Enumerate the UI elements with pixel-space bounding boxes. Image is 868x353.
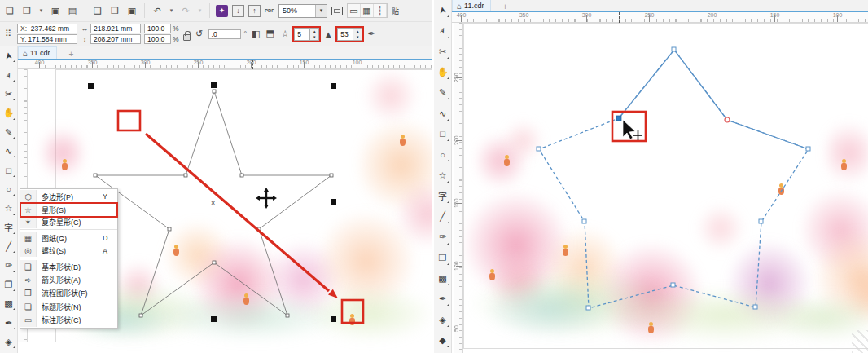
x-position-field[interactable]: X:-237.462 mm xyxy=(17,24,77,33)
paste-icon[interactable]: ❑ xyxy=(91,4,104,17)
new-tab-button[interactable]: + xyxy=(498,2,512,11)
star-tool-icon[interactable]: ☆ xyxy=(434,165,451,185)
open-document-icon[interactable]: ❐ xyxy=(20,4,33,17)
pan-tool-icon[interactable]: ✋ xyxy=(0,104,17,122)
mesh-fill-tool-icon[interactable]: ▩ xyxy=(434,268,451,289)
undo-caret-icon[interactable]: ▾ xyxy=(168,4,175,17)
drop-shadow-tool-icon[interactable]: ❐ xyxy=(434,248,451,268)
document-tab[interactable]: ⌂ 11.cdr xyxy=(452,0,491,11)
pick-tool-icon[interactable]: ➤ xyxy=(434,0,451,20)
spinner-buttons[interactable]: ▴▾ xyxy=(310,28,319,41)
star-points-value[interactable]: 5 xyxy=(294,28,310,41)
freehand-tool-icon[interactable]: ✎ xyxy=(0,123,17,142)
menu-item-label: 标注形状(C) xyxy=(37,315,103,325)
menu-item-graph-paper[interactable]: ▦ 图纸(G) D xyxy=(20,232,117,245)
pan-tool-icon[interactable]: ✋ xyxy=(434,62,451,82)
save-icon[interactable]: ▣ xyxy=(49,4,62,17)
dimension-tool-icon[interactable]: ╱ xyxy=(434,206,451,227)
horizontal-ruler-left[interactable]: 400350300250200150100 xyxy=(18,60,432,69)
new-document-icon[interactable]: ❏ xyxy=(3,4,16,17)
smart-drawing-tool-icon[interactable]: ∿ xyxy=(434,103,451,123)
menu-item-spiral[interactable]: ◎ 螺纹(S) A xyxy=(20,245,117,258)
rulers-toggle-icon[interactable]: ▭ xyxy=(348,4,361,17)
home-icon[interactable]: ⌂ xyxy=(23,49,28,58)
new-tab-button[interactable]: + xyxy=(64,50,78,59)
redo-icon[interactable]: ↷ xyxy=(179,4,192,17)
spin-up-icon[interactable]: ▴ xyxy=(310,29,318,34)
mirror-vertical-icon[interactable]: ◧ xyxy=(265,29,276,40)
snap-to-icon[interactable]: 贴 xyxy=(392,6,399,16)
menu-item-banner-shapes[interactable]: ❏ 标题形状(N) xyxy=(20,300,117,313)
scale-h-field[interactable]: 100.0 xyxy=(144,24,171,33)
text-tool-icon[interactable]: 字 xyxy=(434,186,451,206)
copy-icon[interactable]: ❒ xyxy=(108,4,121,17)
home-icon[interactable]: ⌂ xyxy=(457,2,462,11)
text-tool-icon[interactable]: 字 xyxy=(0,218,17,237)
drawing-canvas-right[interactable] xyxy=(463,23,868,353)
drop-shadow-tool-icon[interactable]: ❐ xyxy=(0,276,17,294)
star-sharpness-value[interactable]: 53 xyxy=(337,28,353,41)
star-sharpness-spinner[interactable]: 53 ▴▾ xyxy=(337,28,362,41)
publish-pdf-icon[interactable]: PDF xyxy=(265,4,274,17)
paste-special-icon[interactable]: ▣ xyxy=(125,4,138,17)
rotation-angle-field[interactable]: .0 xyxy=(208,29,241,39)
connector-tool-icon[interactable]: ✑ xyxy=(0,256,17,275)
fullscreen-preview-icon[interactable] xyxy=(331,7,343,15)
outline-pen-icon[interactable]: ✒ xyxy=(366,29,377,39)
pick-tool-icon[interactable]: ➤ xyxy=(0,46,17,65)
document-tab[interactable]: ⌂ 11.cdr xyxy=(18,46,57,59)
mirror-horizontal-icon[interactable]: ◧ xyxy=(250,29,261,39)
menu-item-polygon[interactable]: ⬡ 多边形(P) Y xyxy=(20,190,117,203)
export-icon[interactable]: ↑ xyxy=(248,5,261,17)
smart-fill-tool-icon[interactable]: ◈ xyxy=(0,333,17,351)
crop-tool-icon[interactable]: ✂ xyxy=(434,42,451,62)
smart-drawing-tool-icon[interactable]: ∿ xyxy=(0,142,17,161)
eyedropper-tool-icon[interactable]: ✒ xyxy=(0,313,17,332)
y-position-field[interactable]: Y:171.584 mm xyxy=(17,34,77,44)
crop-tool-icon[interactable]: ✂ xyxy=(0,85,17,104)
mesh-fill-tool-icon[interactable]: ▩ xyxy=(0,294,17,313)
spin-down-icon[interactable]: ▾ xyxy=(353,34,362,40)
spinner-buttons[interactable]: ▴▾ xyxy=(353,28,362,41)
menu-item-arrow-shapes[interactable]: ➪ 箭头形状(A) xyxy=(20,273,117,286)
spin-up-icon[interactable]: ▴ xyxy=(353,29,362,34)
rectangle-tool-icon[interactable]: □ xyxy=(434,124,451,144)
menu-item-complex-star[interactable]: ✶ 复杂星形(C) xyxy=(20,217,117,230)
lock-ratio-icon[interactable] xyxy=(183,34,191,41)
height-field[interactable]: 208.207 mm xyxy=(90,34,141,44)
connector-tool-icon[interactable]: ✑ xyxy=(434,227,451,247)
scale-v-field[interactable]: 100.0 xyxy=(144,34,171,44)
horizontal-ruler-right[interactable]: 400350300250200150100 xyxy=(452,12,868,23)
import-icon[interactable]: ↓ xyxy=(232,5,244,17)
redo-caret-icon[interactable]: ▾ xyxy=(196,4,204,17)
smart-fill-tool-icon[interactable]: ◈ xyxy=(434,309,451,329)
spin-down-icon[interactable]: ▾ xyxy=(310,34,318,40)
star-points-spinner[interactable]: 5 ▴▾ xyxy=(294,28,319,41)
interactive-fill-tool-icon[interactable]: ◆ xyxy=(434,330,451,351)
zoom-level-value[interactable]: 50% xyxy=(279,7,315,15)
zoom-level-combo[interactable]: 50% ▾ xyxy=(278,4,327,18)
menu-item-star[interactable]: ☆ 星形(S) xyxy=(20,203,117,216)
shape-tool-icon[interactable]: ➢ xyxy=(434,20,451,41)
star-tool-icon[interactable]: ☆ xyxy=(0,199,17,218)
menu-item-callout-shapes[interactable]: ▭ 标注形状(C) xyxy=(20,314,117,327)
zoom-caret-icon[interactable]: ▾ xyxy=(315,5,327,17)
eyedropper-tool-icon[interactable]: ✒ xyxy=(434,289,451,309)
print-icon[interactable]: ▤ xyxy=(66,4,79,17)
open-caret-icon[interactable]: ▾ xyxy=(37,4,45,17)
vertical-ruler-right[interactable]: 25020015010050 xyxy=(454,23,463,353)
ellipse-tool-icon[interactable]: ○ xyxy=(434,144,451,165)
ellipse-tool-icon[interactable]: ○ xyxy=(0,180,17,199)
shape-tool-icon[interactable]: ➢ xyxy=(0,65,17,84)
app-launcher-icon[interactable]: ✦ xyxy=(216,5,228,17)
menu-item-flowchart-shapes[interactable]: ❒ 流程图形状(F) xyxy=(20,287,117,300)
menu-item-basic-shapes[interactable]: ❑ 基本形状(B) xyxy=(20,260,117,273)
dimension-tool-icon[interactable]: ╱ xyxy=(0,237,17,256)
width-field[interactable]: 218.921 mm xyxy=(90,24,141,33)
menu-item-icon: ▭ xyxy=(20,314,37,327)
rectangle-tool-icon[interactable]: □ xyxy=(0,161,17,179)
freehand-tool-icon[interactable]: ✎ xyxy=(434,82,451,103)
undo-icon[interactable]: ↶ xyxy=(151,4,164,17)
grid-toggle-icon[interactable]: ▦ xyxy=(361,4,374,17)
guidelines-toggle-icon[interactable]: ┆ xyxy=(374,4,387,17)
